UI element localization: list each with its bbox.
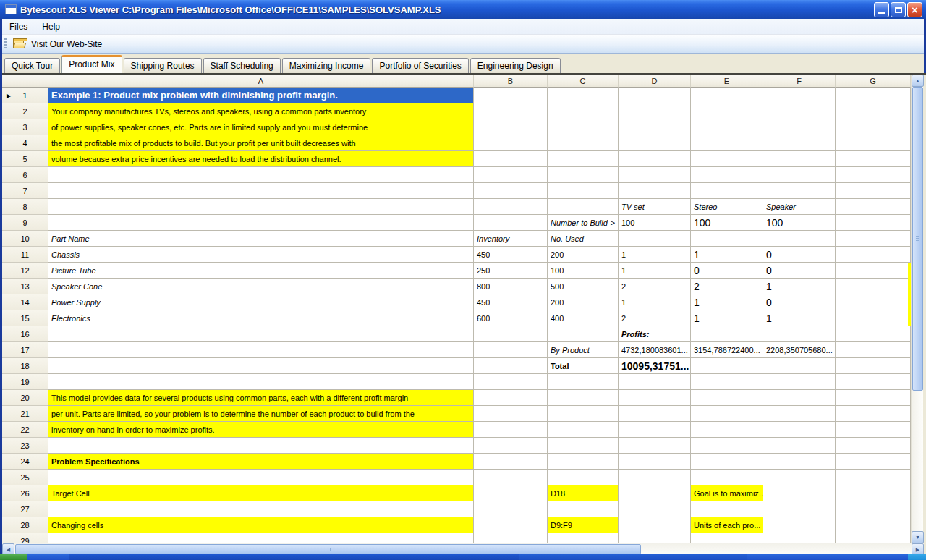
scroll-right-button[interactable]: ▶ (912, 543, 924, 554)
cell-F12[interactable]: 0 (763, 263, 836, 279)
cell-B28[interactable] (474, 517, 548, 533)
cell-A6[interactable] (48, 167, 474, 183)
cell-E15[interactable]: 1 (691, 310, 763, 326)
column-header-A[interactable]: A (48, 75, 474, 88)
cell-G26[interactable] (836, 485, 911, 501)
cell-A7[interactable] (48, 183, 474, 199)
cell-C5[interactable] (548, 151, 619, 167)
column-header-E[interactable]: E (691, 75, 763, 88)
cell-F22[interactable] (763, 422, 836, 438)
cell-B25[interactable] (474, 470, 548, 485)
row-header-23[interactable]: 23 (2, 438, 48, 454)
cell-F23[interactable] (763, 438, 836, 454)
cell-E29[interactable] (691, 533, 763, 543)
cell-B16[interactable] (474, 326, 548, 342)
close-button[interactable]: × (907, 2, 922, 17)
cell-E22[interactable] (691, 422, 763, 438)
cell-B24[interactable] (474, 454, 548, 470)
cell-G9[interactable] (836, 215, 911, 231)
cell-C18[interactable]: Total (548, 358, 619, 374)
cell-E27[interactable] (691, 501, 763, 517)
row-header-25[interactable]: 25 (2, 470, 48, 485)
cell-C28[interactable]: D9:F9 (548, 517, 619, 533)
cell-G17[interactable] (836, 342, 911, 358)
cell-A21[interactable]: per unit. Parts are limited, so your pro… (48, 406, 474, 422)
cell-G7[interactable] (836, 183, 911, 199)
cell-B18[interactable] (474, 358, 548, 374)
cell-B2[interactable] (474, 103, 548, 119)
row-header-4[interactable]: 4 (2, 135, 48, 151)
cell-E26[interactable]: Goal is to maximiz... (691, 485, 763, 501)
cell-C7[interactable] (548, 183, 619, 199)
row-header-17[interactable]: 17 (2, 342, 48, 358)
row-header-12[interactable]: 12 (2, 263, 48, 279)
cell-E25[interactable] (691, 470, 763, 485)
cell-C14[interactable]: 200 (548, 294, 619, 310)
cell-E7[interactable] (691, 183, 763, 199)
cell-B7[interactable] (474, 183, 548, 199)
cell-A8[interactable] (48, 199, 474, 215)
cell-A9[interactable] (48, 215, 474, 231)
column-header-F[interactable]: F (763, 75, 836, 88)
cell-B13[interactable]: 800 (474, 279, 548, 294)
cell-F14[interactable]: 0 (763, 294, 836, 310)
cell-C1[interactable] (548, 88, 619, 103)
cell-A12[interactable]: Picture Tube (48, 263, 474, 279)
row-header-28[interactable]: 28 (2, 517, 48, 533)
cell-E10[interactable] (691, 231, 763, 247)
cell-G23[interactable] (836, 438, 911, 454)
row-header-15[interactable]: 15 (2, 310, 48, 326)
cell-C9[interactable]: Number to Build-> (548, 215, 619, 231)
cell-F21[interactable] (763, 406, 836, 422)
cell-C12[interactable]: 100 (548, 263, 619, 279)
cell-D28[interactable] (619, 517, 691, 533)
cell-G1[interactable] (836, 88, 911, 103)
cell-G25[interactable] (836, 470, 911, 485)
cell-E13[interactable]: 2 (691, 279, 763, 294)
cell-A23[interactable] (48, 438, 474, 454)
row-header-24[interactable]: 24 (2, 454, 48, 470)
cell-E14[interactable]: 1 (691, 294, 763, 310)
cell-F16[interactable] (763, 326, 836, 342)
cell-B26[interactable] (474, 485, 548, 501)
cell-D19[interactable] (619, 374, 691, 390)
cell-C17[interactable]: By Product (548, 342, 619, 358)
cell-C26[interactable]: D18 (548, 485, 619, 501)
row-header-9[interactable]: 9 (2, 215, 48, 231)
tab-quick-tour[interactable]: Quick Tour (4, 58, 60, 73)
tab-maximizing-income[interactable]: Maximizing Income (282, 58, 371, 73)
cell-F15[interactable]: 1 (763, 310, 836, 326)
cell-B19[interactable] (474, 374, 548, 390)
row-header-2[interactable]: 2 (2, 103, 48, 119)
cell-C22[interactable] (548, 422, 619, 438)
cell-D23[interactable] (619, 438, 691, 454)
cell-F8[interactable]: Speaker (763, 199, 836, 215)
cell-E11[interactable]: 1 (691, 247, 763, 263)
horizontal-scroll-thumb[interactable] (15, 544, 641, 554)
cell-B14[interactable]: 450 (474, 294, 548, 310)
cell-A5[interactable]: volume because extra price incentives ar… (48, 151, 474, 167)
cell-B21[interactable] (474, 406, 548, 422)
row-header-22[interactable]: 22 (2, 422, 48, 438)
cell-G15[interactable] (836, 310, 911, 326)
cell-A29[interactable] (48, 533, 474, 543)
cell-G2[interactable] (836, 103, 911, 119)
cell-C2[interactable] (548, 103, 619, 119)
cell-D7[interactable] (619, 183, 691, 199)
cell-F1[interactable] (763, 88, 836, 103)
tab-portfolio-of-securities[interactable]: Portfolio of Securities (372, 58, 468, 73)
cell-C15[interactable]: 400 (548, 310, 619, 326)
cell-A14[interactable]: Power Supply (48, 294, 474, 310)
cell-D24[interactable] (619, 454, 691, 470)
cell-C4[interactable] (548, 135, 619, 151)
cell-C19[interactable] (548, 374, 619, 390)
cell-D3[interactable] (619, 119, 691, 135)
cell-G20[interactable] (836, 390, 911, 406)
cell-D14[interactable]: 1 (619, 294, 691, 310)
cell-F9[interactable]: 100 (763, 215, 836, 231)
row-header-29[interactable]: 29 (2, 533, 48, 543)
cell-F6[interactable] (763, 167, 836, 183)
column-header-G[interactable]: G (836, 75, 911, 88)
cell-G8[interactable] (836, 199, 911, 215)
column-header-B[interactable]: B (474, 75, 548, 88)
